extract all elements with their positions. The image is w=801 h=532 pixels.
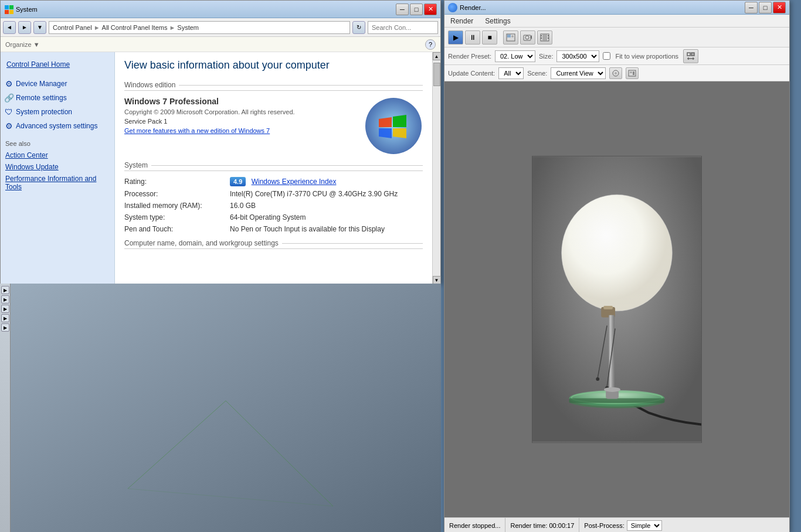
- render-content: [444, 81, 789, 517]
- pen-touch-value: No Pen or Touch Input is available for t…: [230, 225, 385, 233]
- close-button[interactable]: ✕: [424, 4, 437, 15]
- render-image-button[interactable]: [503, 30, 518, 45]
- processor-value: Intel(R) Core(TM) i7-3770 CPU @ 3.40GHz …: [230, 190, 398, 198]
- see-also-windows-update[interactable]: Windows Update: [1, 161, 114, 173]
- rating-label: Rating:: [124, 178, 230, 186]
- render-stop-button[interactable]: ■: [482, 30, 497, 45]
- toolbar-label: Organize ▼: [5, 41, 40, 48]
- page-title: View basic information about your comput…: [124, 59, 423, 71]
- scroll-thumb[interactable]: [433, 63, 440, 86]
- lt-btn-1[interactable]: ▶: [1, 286, 9, 294]
- service-pack: Service Pack 1: [124, 118, 350, 125]
- scroll-down-button[interactable]: ▼: [433, 276, 441, 284]
- render-menu-bar: Render Settings: [444, 15, 789, 28]
- windows-edition-section: Windows 7 Professional Copyright © 2009 …: [124, 97, 423, 155]
- proportions-button[interactable]: [683, 49, 698, 63]
- sidebar-home-link[interactable]: Control Panel Home: [1, 57, 114, 72]
- title-bar: System ─ □ ✕: [1, 1, 440, 18]
- sidebar-item-label: Advanced system settings: [16, 122, 97, 130]
- size-select[interactable]: 300x500: [556, 50, 599, 62]
- breadcrumb-separator: ►: [169, 24, 175, 31]
- upgrade-link[interactable]: Get more features with a new edition of …: [124, 127, 350, 134]
- render-menu-item[interactable]: Render: [447, 16, 477, 26]
- back-button[interactable]: ◄: [3, 21, 16, 34]
- viewport-area: ▶ ▶ ▶ ▶ ▶: [0, 284, 441, 532]
- see-also-performance[interactable]: Performance Information andTools: [1, 173, 114, 193]
- render-close-button[interactable]: ✕: [773, 2, 786, 13]
- search-input[interactable]: [372, 24, 453, 31]
- lt-btn-4[interactable]: ▶: [1, 314, 9, 322]
- toolbar: Organize ▼ ?: [1, 37, 440, 52]
- system-header: System: [124, 161, 423, 171]
- lamp-render-image: [532, 156, 702, 443]
- lt-btn-5[interactable]: ▶: [1, 323, 9, 332]
- fit-checkbox[interactable]: [603, 52, 610, 60]
- render-film-button[interactable]: [537, 30, 552, 45]
- system-window: System ─ □ ✕ ◄ ► ▼ Control Panel ► All C…: [0, 0, 441, 284]
- post-process-select[interactable]: Simple: [627, 520, 662, 531]
- svg-rect-5: [11, 284, 441, 532]
- sidebar-item-advanced-settings[interactable]: ⚙ Advanced system settings: [1, 119, 114, 133]
- render-camera-button[interactable]: [520, 30, 535, 45]
- help-button[interactable]: ?: [425, 39, 436, 50]
- processor-row: Processor: Intel(R) Core(TM) i7-3770 CPU…: [124, 190, 423, 198]
- svg-point-32: [562, 195, 673, 311]
- search-box[interactable]: 🔍: [368, 21, 438, 34]
- scroll-track: [433, 60, 440, 276]
- scrollbar[interactable]: ▲ ▼: [432, 52, 440, 284]
- remote-settings-icon: 🔗: [4, 93, 13, 103]
- breadcrumb-item: System: [177, 24, 199, 31]
- render-maximize-button[interactable]: □: [759, 2, 772, 13]
- refresh-button[interactable]: ↻: [352, 21, 365, 34]
- edition-copyright: Copyright © 2009 Microsoft Corporation. …: [124, 108, 350, 115]
- system-type-value: 64-bit Operating System: [230, 213, 306, 221]
- scene-btn2[interactable]: [626, 67, 639, 79]
- svg-rect-18: [548, 35, 549, 36]
- edition-text: Windows 7 Professional Copyright © 2009 …: [124, 97, 350, 134]
- forward-button[interactable]: ►: [18, 21, 31, 34]
- recent-button[interactable]: ▼: [33, 21, 46, 34]
- svg-rect-19: [548, 37, 549, 39]
- svg-rect-17: [541, 37, 542, 39]
- windows-edition-header: Windows edition: [124, 81, 423, 91]
- see-also-action-center[interactable]: Action Center: [1, 149, 114, 161]
- sidebar-item-remote-settings[interactable]: 🔗 Remote settings: [1, 91, 114, 105]
- render-title-buttons: ─ □ ✕: [745, 2, 786, 13]
- render-window-title: Render...: [460, 4, 745, 11]
- maximize-button[interactable]: □: [410, 4, 423, 15]
- svg-rect-3: [9, 10, 13, 14]
- minimize-button[interactable]: ─: [396, 4, 409, 15]
- update-label: Update Content:: [448, 70, 495, 77]
- windows-logo: [364, 97, 423, 155]
- left-toolbar: ▶ ▶ ▶ ▶ ▶: [0, 284, 11, 532]
- svg-rect-0: [5, 5, 9, 9]
- windows-experience-link[interactable]: Windows Experience Index: [252, 178, 337, 186]
- lt-btn-3[interactable]: ▶: [1, 305, 9, 313]
- address-path[interactable]: Control Panel ► All Control Panel Items …: [49, 21, 350, 34]
- render-pause-button[interactable]: ⏸: [465, 30, 480, 45]
- svg-point-47: [604, 387, 620, 392]
- title-bar-buttons: ─ □ ✕: [396, 4, 437, 15]
- preset-select[interactable]: 02. Low: [495, 50, 535, 62]
- svg-point-11: [511, 35, 514, 37]
- lamp-svg: [532, 156, 701, 442]
- render-play-button[interactable]: ▶: [448, 30, 463, 45]
- scene-select[interactable]: Current View: [551, 67, 606, 79]
- scroll-up-button[interactable]: ▲: [433, 52, 441, 60]
- render-minimize-button[interactable]: ─: [745, 2, 758, 13]
- render-title-bar: Render... ─ □ ✕: [444, 1, 789, 15]
- lt-btn-2[interactable]: ▶: [1, 295, 9, 303]
- sidebar-item-label: Remote settings: [16, 94, 67, 102]
- sidebar-items: ⚙ Device Manager 🔗 Remote settings 🛡 Sys…: [1, 77, 114, 133]
- edition-name: Windows 7 Professional: [124, 97, 350, 106]
- svg-point-27: [615, 72, 617, 74]
- scene-btn1[interactable]: [609, 67, 622, 79]
- breadcrumb-item: Control Panel: [53, 24, 92, 31]
- sidebar: Control Panel Home ⚙ Device Manager 🔗 Re…: [1, 52, 115, 284]
- sidebar-item-system-protection[interactable]: 🛡 System protection: [1, 105, 114, 119]
- sidebar-item-device-manager[interactable]: ⚙ Device Manager: [1, 77, 114, 91]
- settings-menu-item[interactable]: Settings: [481, 16, 514, 26]
- address-bar: ◄ ► ▼ Control Panel ► All Control Panel …: [1, 18, 440, 37]
- update-select[interactable]: All: [498, 67, 524, 79]
- svg-rect-22: [691, 53, 694, 56]
